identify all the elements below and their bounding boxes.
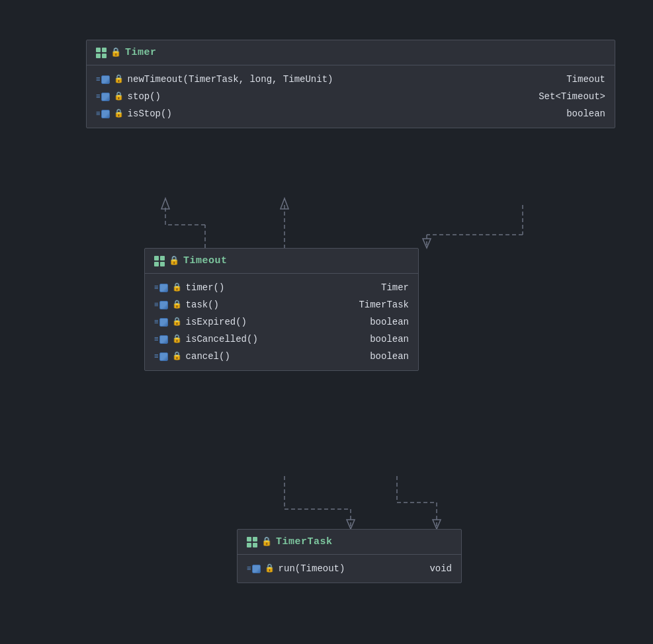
method-lock-icon: 🔒 [265, 565, 275, 573]
method-icon-combo: ≡ [154, 352, 168, 361]
timer-class-icon [96, 48, 107, 58]
arrow-lines-icon: ≡ [96, 110, 101, 118]
return-type-label: boolean [560, 108, 605, 119]
method-label: isExpired() [186, 317, 247, 327]
cube-icon [101, 93, 110, 101]
cube-icon [159, 318, 168, 327]
timeout-body: ≡ 🔒 timer() Timer ≡ 🔒 task() TimerTask ≡ [145, 274, 418, 370]
return-type-label: Timeout [560, 74, 605, 85]
cube-icon [252, 565, 261, 573]
table-row: ≡ 🔒 isExpired() boolean [154, 313, 409, 331]
timer-header: 🔒 Timer [87, 40, 615, 65]
svg-marker-17 [161, 198, 169, 209]
timertask-lock-icon: 🔒 [261, 538, 272, 546]
return-type-label: boolean [363, 351, 409, 362]
timertask-body: ≡ 🔒 run(Timeout) void [238, 555, 461, 583]
arrow-lines-icon: ≡ [154, 353, 159, 360]
method-label: timer() [186, 282, 225, 293]
table-row: ≡ 🔒 isStop() boolean [96, 105, 605, 122]
arrow-lines-icon: ≡ [154, 302, 159, 309]
arrow-lines-icon: ≡ [247, 565, 251, 573]
return-type-label: void [423, 563, 452, 574]
return-type-label: boolean [363, 317, 409, 327]
method-lock-icon: 🔒 [114, 110, 124, 118]
timeout-class-name: Timeout [183, 255, 228, 266]
timer-body: ≡ 🔒 newTimeout(TimerTask, long, TimeUnit… [87, 65, 615, 128]
timertask-class-box: 🔒 TimerTask ≡ 🔒 run(Timeout) void [237, 529, 462, 583]
method-lock-icon: 🔒 [114, 93, 124, 101]
svg-marker-1 [281, 198, 288, 209]
method-lock-icon: 🔒 [172, 335, 182, 343]
svg-marker-13 [433, 520, 441, 529]
table-row: ≡ 🔒 run(Timeout) void [247, 560, 452, 577]
method-label: isStop() [128, 108, 172, 119]
timertask-header: 🔒 TimerTask [238, 530, 461, 555]
table-row: ≡ 🔒 newTimeout(TimerTask, long, TimeUnit… [96, 71, 605, 88]
diagram-container: 🔒 Timer ≡ 🔒 newTimeout(TimerTask, long, … [0, 0, 653, 644]
timertask-class-name: TimerTask [276, 536, 333, 547]
arrow-lines-icon: ≡ [154, 284, 159, 292]
timer-lock-icon: 🔒 [110, 48, 121, 57]
table-row: ≡ 🔒 cancel() boolean [154, 348, 409, 365]
arrow-lines-icon: ≡ [96, 93, 101, 101]
timeout-class-icon [154, 256, 165, 266]
table-row: ≡ 🔒 task() TimerTask [154, 296, 409, 313]
table-row: ≡ 🔒 timer() Timer [154, 279, 409, 296]
return-type-label: Set<Timeout> [532, 91, 605, 102]
timertask-class-icon [247, 537, 257, 547]
table-row: ≡ 🔒 isCancelled() boolean [154, 331, 409, 348]
method-icon-combo: ≡ [154, 301, 168, 309]
arrow-lines-icon: ≡ [154, 336, 159, 343]
return-type-label: Timer [374, 282, 409, 293]
timeout-class-box: 🔒 Timeout ≡ 🔒 timer() Timer ≡ 🔒 task() [144, 248, 419, 371]
method-label: cancel() [186, 351, 230, 362]
return-type-label: boolean [363, 334, 409, 344]
method-label: task() [186, 300, 219, 310]
method-icon-combo: ≡ [96, 75, 110, 84]
method-icon-combo: ≡ [154, 318, 168, 327]
method-label: isCancelled() [186, 334, 258, 344]
method-icon-combo: ≡ [247, 565, 261, 573]
cube-icon [159, 284, 168, 292]
arrow-lines-icon: ≡ [96, 76, 101, 83]
method-lock-icon: 🔒 [172, 318, 182, 326]
method-lock-icon: 🔒 [172, 284, 182, 292]
svg-marker-5 [423, 239, 431, 248]
cube-icon [159, 301, 168, 309]
method-lock-icon: 🔒 [114, 75, 124, 83]
method-icon-combo: ≡ [154, 284, 168, 292]
method-icon-combo: ≡ [96, 93, 110, 101]
method-label: newTimeout(TimerTask, long, TimeUnit) [128, 74, 333, 85]
table-row: ≡ 🔒 stop() Set<Timeout> [96, 88, 605, 105]
svg-marker-9 [347, 520, 355, 529]
method-lock-icon: 🔒 [172, 352, 182, 360]
cube-icon [101, 110, 110, 118]
timeout-lock-icon: 🔒 [169, 257, 179, 265]
timer-class-box: 🔒 Timer ≡ 🔒 newTimeout(TimerTask, long, … [86, 40, 615, 128]
cube-icon [101, 75, 110, 84]
method-label: run(Timeout) [279, 563, 345, 574]
method-icon-combo: ≡ [154, 335, 168, 344]
cube-icon [159, 335, 168, 344]
timer-class-name: Timer [125, 47, 157, 58]
cube-icon [159, 352, 168, 361]
timeout-header: 🔒 Timeout [145, 249, 418, 274]
arrow-lines-icon: ≡ [154, 319, 159, 326]
method-lock-icon: 🔒 [172, 301, 182, 309]
return-type-label: TimerTask [352, 300, 409, 310]
method-icon-combo: ≡ [96, 110, 110, 118]
method-label: stop() [128, 91, 161, 102]
